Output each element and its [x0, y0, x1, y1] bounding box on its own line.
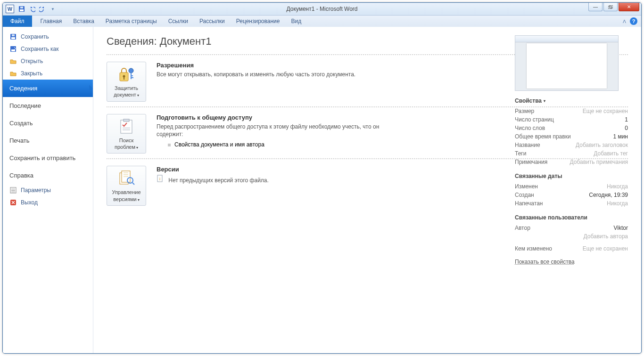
svg-rect-25 [123, 129, 130, 130]
manage-versions-button[interactable]: Управление версиями▾ [107, 166, 146, 206]
sidebar-item-save-as[interactable]: Сохранить как [3, 43, 93, 55]
sidebar-item-label: Закрыть [21, 70, 42, 77]
svg-rect-1 [20, 9, 24, 11]
qat-dropdown-icon[interactable]: ▼ [49, 5, 57, 13]
sidebar-item-label: Последние [9, 102, 41, 109]
prop-notes[interactable]: ПримечанияДобавить примечания [515, 158, 628, 166]
svg-rect-23 [124, 119, 129, 121]
sidebar-item-exit[interactable]: Выход [3, 196, 93, 209]
tab-view[interactable]: Вид [285, 16, 307, 27]
sidebar-item-label: Сведения [9, 85, 37, 92]
decorative-swoosh [311, 250, 641, 353]
tab-review[interactable]: Рецензирование [231, 16, 286, 27]
bullet-icon [168, 144, 171, 146]
sidebar-item-label: Выход [21, 199, 38, 206]
button-label: Поиск проблем▾ [109, 137, 144, 151]
svg-text:i: i [159, 177, 160, 181]
button-label: Управление версиями▾ [109, 189, 144, 202]
versions-desc: i Нет предыдущих версий этого файла. [157, 175, 383, 185]
prop-edit-time: Общее время правки1 мин [515, 132, 628, 141]
sidebar-item-open[interactable]: Открыть [3, 55, 93, 67]
thumbnail-ribbon [515, 36, 618, 42]
sidebar-item-label: Сохранить [21, 33, 49, 40]
tab-file[interactable]: Файл [3, 16, 32, 27]
svg-rect-6 [11, 37, 15, 39]
save-as-icon [9, 45, 17, 53]
svg-rect-17 [124, 77, 124, 80]
sidebar-item-label: Создать [9, 120, 33, 127]
options-icon [9, 186, 17, 194]
bullet-text: Свойства документа и имя автора [174, 141, 264, 148]
backstage-main: Сведения: Документ1 Защитить документ▾ Р… [93, 27, 641, 353]
svg-rect-22 [121, 120, 132, 133]
prop-title[interactable]: НазваниеДобавить заголовок [515, 141, 628, 149]
document-thumbnail[interactable] [515, 35, 619, 91]
properties-dropdown[interactable]: Свойства▾ [515, 97, 628, 104]
tab-home[interactable]: Главная [35, 16, 68, 27]
window-controls: — ✕ [587, 3, 639, 11]
minimize-button[interactable]: — [588, 3, 603, 11]
title-bar: W ▼ Документ1 - Microsoft Word — ✕ [3, 3, 641, 16]
sidebar-item-label: Справка [9, 172, 33, 179]
svg-point-18 [129, 68, 133, 73]
sidebar-item-help[interactable]: Справка [3, 167, 93, 184]
save-icon [9, 33, 17, 40]
save-icon[interactable] [18, 5, 25, 13]
undo-icon[interactable] [28, 5, 36, 13]
prop-modified: ИзмененНикогда [515, 182, 628, 191]
svg-rect-13 [11, 192, 15, 192]
svg-rect-24 [123, 128, 130, 129]
svg-rect-2 [20, 7, 23, 8]
sidebar-item-label: Открыть [21, 58, 43, 65]
window-title: Документ1 - Microsoft Word [3, 6, 641, 12]
related-users-heading: Связанные пользователи [515, 214, 628, 221]
sidebar-item-options[interactable]: Параметры [3, 184, 93, 196]
svg-rect-20 [132, 77, 133, 78]
thumbnail-page [527, 43, 607, 89]
sidebar-item-save-send[interactable]: Сохранить и отправить [3, 149, 93, 167]
sidebar-item-label: Сохранить и отправить [9, 154, 75, 162]
show-all-properties-link[interactable]: Показать все свойства [515, 259, 575, 265]
sidebar-item-info[interactable]: Сведения [3, 80, 93, 97]
checklist-icon [117, 118, 136, 135]
related-dates-heading: Связанные даты [515, 173, 628, 179]
prepare-share-desc: Перед распространением общего доступа к … [157, 123, 383, 139]
sidebar-item-recent[interactable]: Последние [3, 97, 93, 114]
prop-last-modified-by: Кем измененоЕще не сохранен [515, 244, 628, 253]
prop-tags[interactable]: ТегиДобавить тег [515, 149, 628, 158]
prop-printed: НапечатанНикогда [515, 199, 628, 208]
protect-document-button[interactable]: Защитить документ▾ [107, 62, 146, 102]
prop-created: СозданСегодня, 19:39 [515, 191, 628, 199]
doc-info-icon: i [157, 175, 164, 182]
check-issues-button[interactable]: Поиск проблем▾ [107, 114, 146, 154]
redo-icon[interactable] [39, 5, 46, 13]
minimize-ribbon-icon[interactable]: ᐱ [623, 19, 626, 24]
permissions-desc: Все могут открывать, копировать и изменя… [157, 71, 383, 79]
svg-rect-21 [132, 75, 133, 76]
sidebar-item-close[interactable]: Закрыть [3, 67, 93, 80]
sidebar-item-label: Параметры [21, 187, 51, 194]
properties-panel: Свойства▾ РазмерЕще не сохранен Число ст… [515, 35, 628, 265]
prop-author: АвторViktor [515, 224, 628, 232]
word-app-icon[interactable]: W [6, 5, 14, 13]
button-label: Защитить документ▾ [109, 85, 144, 98]
prop-words: Число слов0 [515, 124, 628, 132]
sidebar-item-new[interactable]: Создать [3, 114, 93, 132]
sidebar-item-save[interactable]: Сохранить [3, 31, 93, 43]
tab-insert[interactable]: Вставка [67, 16, 100, 27]
tab-layout[interactable]: Разметка страницы [100, 16, 163, 27]
maximize-button[interactable] [603, 3, 618, 11]
backstage-sidebar: Сохранить Сохранить как Открыть Закрыть … [3, 27, 93, 353]
svg-point-16 [123, 75, 125, 78]
prop-add-author[interactable]: Добавить автора [515, 232, 628, 241]
tab-references[interactable]: Ссылки [163, 16, 194, 27]
ribbon-tabs: Файл Главная Вставка Разметка страницы С… [3, 16, 641, 27]
quick-access-toolbar: ▼ [18, 5, 57, 13]
exit-icon [9, 199, 17, 206]
sidebar-item-print[interactable]: Печать [3, 132, 93, 149]
versions-icon [117, 170, 136, 187]
help-icon[interactable]: ? [630, 17, 637, 25]
tab-mailings[interactable]: Рассылки [194, 16, 231, 27]
close-button[interactable]: ✕ [619, 3, 639, 11]
backstage: Сохранить Сохранить как Открыть Закрыть … [3, 27, 641, 353]
